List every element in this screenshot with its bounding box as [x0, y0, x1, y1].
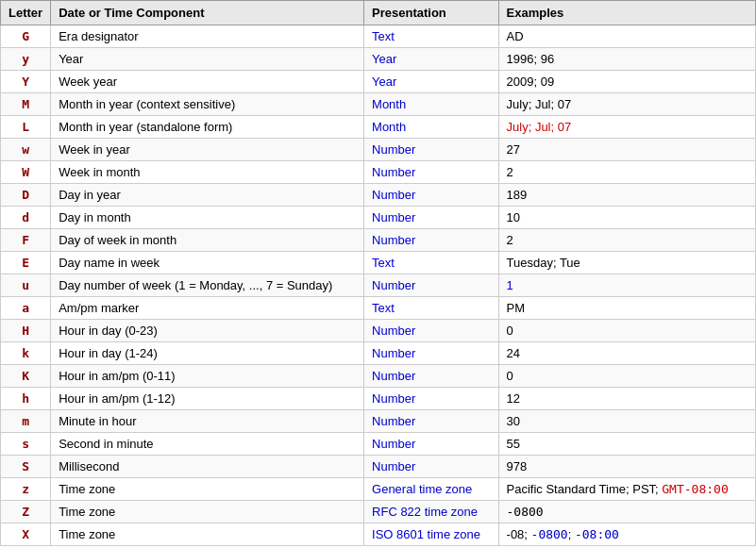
cell-component: Time zone [51, 523, 364, 546]
cell-component: Day name in week [51, 252, 364, 274]
cell-presentation: Year [364, 71, 499, 93]
table-row: dDay in monthNumber10 [1, 207, 756, 229]
table-row: FDay of week in monthNumber2 [1, 229, 756, 252]
cell-presentation: RFC 822 time zone [364, 501, 499, 523]
cell-examples: -0800 [498, 501, 755, 523]
cell-letter: h [1, 388, 51, 410]
cell-examples: AD [498, 25, 755, 48]
table-row: GEra designatorTextAD [1, 25, 756, 48]
cell-component: Time zone [51, 478, 364, 501]
table-row: YWeek yearYear2009; 09 [1, 71, 756, 93]
cell-component: Day of week in month [51, 229, 364, 252]
cell-presentation: Month [364, 116, 499, 139]
cell-examples: 12 [498, 388, 755, 410]
cell-presentation: Text [364, 297, 499, 320]
cell-presentation: Month [364, 93, 499, 116]
cell-letter: a [1, 297, 51, 320]
cell-component: Am/pm marker [51, 297, 364, 320]
cell-examples: Tuesday; Tue [498, 252, 755, 274]
cell-examples: -08; -0800; -08:00 [498, 523, 755, 546]
cell-letter: H [1, 320, 51, 342]
cell-presentation: Number [364, 161, 499, 184]
cell-letter: M [1, 93, 51, 116]
table-row: mMinute in hourNumber30 [1, 410, 756, 433]
cell-presentation: Number [364, 410, 499, 433]
cell-presentation: Text [364, 25, 499, 48]
cell-presentation: Number [364, 184, 499, 207]
table-row: sSecond in minuteNumber55 [1, 433, 756, 456]
cell-presentation: Number [364, 320, 499, 342]
cell-letter: y [1, 48, 51, 71]
table-row: yYearYear1996; 96 [1, 48, 756, 71]
cell-letter: K [1, 365, 51, 388]
col-header-presentation: Presentation [364, 1, 499, 25]
col-header-examples: Examples [498, 1, 755, 25]
table-row: LMonth in year (standalone form)MonthJul… [1, 116, 756, 139]
table-row: aAm/pm markerTextPM [1, 297, 756, 320]
cell-component: Hour in am/pm (1-12) [51, 388, 364, 410]
table-row: hHour in am/pm (1-12)Number12 [1, 388, 756, 410]
cell-letter: S [1, 456, 51, 478]
table-row: SMillisecondNumber978 [1, 456, 756, 478]
cell-examples: 30 [498, 410, 755, 433]
cell-examples: 27 [498, 139, 755, 161]
cell-presentation: Number [364, 207, 499, 229]
cell-letter: X [1, 523, 51, 546]
cell-examples: July; Jul; 07 [498, 116, 755, 139]
cell-examples: 0 [498, 365, 755, 388]
cell-examples: 189 [498, 184, 755, 207]
cell-presentation: Number [364, 456, 499, 478]
cell-letter: Y [1, 71, 51, 93]
cell-component: Week in month [51, 161, 364, 184]
cell-component: Minute in hour [51, 410, 364, 433]
cell-examples: 10 [498, 207, 755, 229]
cell-component: Second in minute [51, 433, 364, 456]
cell-presentation: Number [364, 342, 499, 365]
col-header-component: Date or Time Component [51, 1, 364, 25]
cell-presentation: Number [364, 388, 499, 410]
table-row: XTime zoneISO 8601 time zone-08; -0800; … [1, 523, 756, 546]
cell-component: Era designator [51, 25, 364, 48]
cell-letter: z [1, 478, 51, 501]
table-row: kHour in day (1-24)Number24 [1, 342, 756, 365]
cell-component: Week year [51, 71, 364, 93]
cell-examples: 2 [498, 229, 755, 252]
cell-presentation: Number [364, 139, 499, 161]
cell-component: Month in year (context sensitive) [51, 93, 364, 116]
cell-letter: s [1, 433, 51, 456]
cell-letter: u [1, 274, 51, 297]
cell-examples: 55 [498, 433, 755, 456]
cell-presentation: Year [364, 48, 499, 71]
cell-letter: k [1, 342, 51, 365]
cell-component: Week in year [51, 139, 364, 161]
cell-letter: L [1, 116, 51, 139]
cell-examples: 24 [498, 342, 755, 365]
cell-letter: w [1, 139, 51, 161]
cell-presentation: Number [364, 433, 499, 456]
cell-component: Month in year (standalone form) [51, 116, 364, 139]
table-row: EDay name in weekTextTuesday; Tue [1, 252, 756, 274]
table-row: HHour in day (0-23)Number0 [1, 320, 756, 342]
cell-presentation: General time zone [364, 478, 499, 501]
cell-presentation: Text [364, 252, 499, 274]
cell-component: Hour in day (1-24) [51, 342, 364, 365]
col-header-letter: Letter [1, 1, 51, 25]
cell-presentation: Number [364, 365, 499, 388]
cell-component: Millisecond [51, 456, 364, 478]
cell-examples: 2 [498, 161, 755, 184]
cell-examples: PM [498, 297, 755, 320]
cell-letter: D [1, 184, 51, 207]
cell-component: Year [51, 48, 364, 71]
table-row: uDay number of week (1 = Monday, ..., 7 … [1, 274, 756, 297]
cell-letter: Z [1, 501, 51, 523]
table-row: MMonth in year (context sensitive)MonthJ… [1, 93, 756, 116]
table-row: WWeek in monthNumber2 [1, 161, 756, 184]
cell-letter: F [1, 229, 51, 252]
table-row: ZTime zoneRFC 822 time zone-0800 [1, 501, 756, 523]
cell-letter: W [1, 161, 51, 184]
cell-component: Day in year [51, 184, 364, 207]
cell-component: Time zone [51, 501, 364, 523]
cell-component: Hour in am/pm (0-11) [51, 365, 364, 388]
table-row: wWeek in yearNumber27 [1, 139, 756, 161]
cell-presentation: ISO 8601 time zone [364, 523, 499, 546]
